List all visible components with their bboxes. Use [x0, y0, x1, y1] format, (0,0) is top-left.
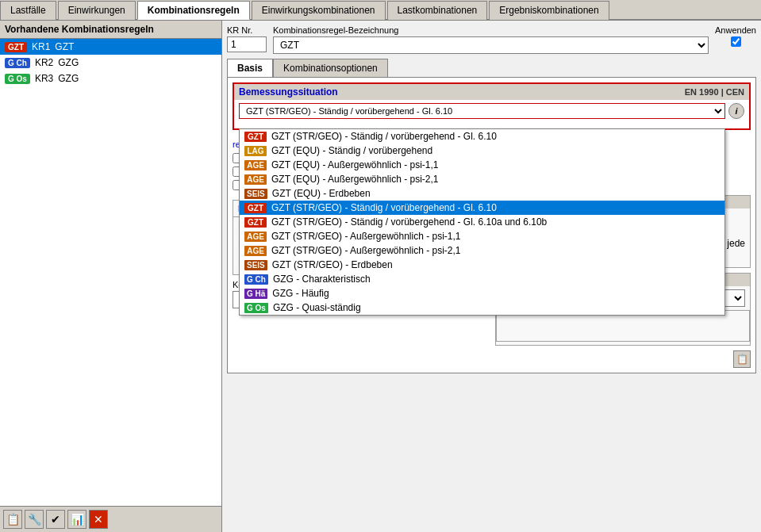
dropdown-item[interactable]: G Os GZG - Quasi-ständig: [240, 300, 724, 315]
di-text: GZT (STR/GEO) - Erdbeben: [272, 259, 393, 270]
di-text: GZT (STR/GEO) - Außergewöhnlich - psi-1,…: [271, 231, 461, 242]
tab-ergebniskombinationen[interactable]: Ergebniskombinationen: [489, 1, 609, 20]
dropdown-list: GZT GZT (STR/GEO) - Ständig / vorübergeh…: [239, 128, 725, 316]
di-badge: SEIS: [244, 260, 267, 270]
di-badge: GZT: [244, 217, 267, 228]
tab-einwirkungen[interactable]: Einwirkungen: [58, 1, 136, 20]
bemessung-title: Bemessungssituation: [239, 86, 338, 98]
anwenden-group: Anwenden: [715, 25, 756, 47]
list-badge: G Ch: [5, 58, 30, 68]
dropdown-item[interactable]: AGE GZT (EQU) - Außergewöhnlich - psi-2,…: [240, 172, 724, 186]
tab-basis[interactable]: Basis: [227, 59, 273, 77]
di-badge: G Ch: [244, 274, 268, 285]
right-bottom-btns: 📋: [495, 350, 751, 368]
right-copy-btn[interactable]: 📋: [733, 350, 751, 368]
di-text: GZT (EQU) - Außergewöhnlich - psi-1,1: [271, 159, 439, 170]
dropdown-item[interactable]: SEIS GZT (EQU) - Erdbeben: [240, 186, 724, 201]
list-name: GZG: [58, 73, 79, 84]
di-badge: G Os: [244, 303, 268, 313]
toolbar-btn1[interactable]: 📋: [3, 510, 22, 529]
di-text: GZG - Häufig: [272, 288, 329, 299]
info-button[interactable]: i: [728, 103, 744, 119]
di-badge: AGE: [244, 174, 267, 185]
toolbar-btn2[interactable]: 🔧: [25, 510, 44, 529]
toolbar-btn4[interactable]: 📊: [67, 510, 86, 529]
kr-nr-group: KR Nr.: [227, 25, 267, 52]
di-badge: G Hä: [244, 289, 267, 299]
anwenden-checkbox[interactable]: [731, 36, 741, 47]
left-panel: Vorhandene Kombinationsregeln GZT KR1 GZ…: [0, 21, 222, 532]
di-text: GZG - Quasi-ständig: [273, 302, 361, 313]
list-name: GZG: [58, 57, 79, 68]
list-item[interactable]: GZT KR1 GZT: [0, 39, 221, 55]
di-badge: SEIS: [244, 189, 267, 199]
di-badge: GZT: [244, 132, 267, 142]
anwenden-label: Anwenden: [715, 25, 756, 35]
list-kr: KR2: [35, 57, 53, 68]
bezeichnung-group: Kombinationsregel-Bezeichnung GZT: [273, 25, 709, 54]
basis-content: Bemessungssituation EN 1990 | CEN GZT (S…: [227, 77, 756, 373]
list-kr: KR3: [35, 73, 53, 84]
toolbar-btn3[interactable]: ✔: [46, 510, 65, 529]
list-item[interactable]: G Os KR3 GZG: [0, 71, 221, 86]
dropdown-item[interactable]: AGE GZT (STR/GEO) - Außergewöhnlich - ps…: [240, 243, 724, 258]
top-row: KR Nr. Kombinationsregel-Bezeichnung GZT…: [227, 25, 756, 54]
tab-kombinationsoptionen[interactable]: Kombinationsoptionen: [273, 59, 388, 77]
dropdown-item[interactable]: SEIS GZT (STR/GEO) - Erdbeben: [240, 258, 724, 272]
di-badge: AGE: [244, 160, 267, 170]
dropdown-item[interactable]: AGE GZT (EQU) - Außergewöhnlich - psi-1,…: [240, 158, 724, 172]
left-panel-toolbar: 📋 🔧 ✔ 📊 ✕: [0, 506, 221, 532]
bemessung-header: Bemessungssituation EN 1990 | CEN: [234, 84, 749, 100]
dropdown-item[interactable]: GZT GZT (STR/GEO) - Ständig / vorübergeh…: [240, 129, 724, 144]
di-badge: AGE: [244, 232, 267, 242]
di-text: GZT (STR/GEO) - Außergewöhnlich - psi-2,…: [271, 245, 461, 256]
situation-select[interactable]: GZT (STR/GEO) - Ständig / vorübergehend …: [239, 103, 725, 119]
toolbar-delete-btn[interactable]: ✕: [89, 510, 108, 529]
inner-tab-strip: Basis Kombinationsoptionen: [227, 59, 756, 77]
dropdown-item[interactable]: AGE GZT (STR/GEO) - Außergewöhnlich - ps…: [240, 229, 724, 243]
dropdown-item[interactable]: GZT GZT (STR/GEO) - Ständig / vorübergeh…: [240, 201, 724, 215]
tab-lastfaelle[interactable]: Lastfälle: [0, 1, 56, 20]
di-text: GZT (EQU) - Erdbeben: [272, 188, 371, 199]
tab-kombinationsregeln[interactable]: Kombinationsregeln: [137, 1, 250, 20]
di-text: GZT (STR/GEO) - Ständig / vorübergehend …: [271, 202, 497, 213]
list-badge: GZT: [5, 42, 27, 52]
di-text: GZT (EQU) - Außergewöhnlich - psi-2,1: [271, 174, 439, 185]
di-text: GZG - Charakteristisch: [273, 274, 371, 285]
bezeichnung-select[interactable]: GZT: [273, 36, 709, 54]
dropdown-item[interactable]: G Hä GZG - Häufig: [240, 286, 724, 300]
tab-lastkombinationen[interactable]: Lastkombinationen: [387, 1, 488, 20]
list-item[interactable]: G Ch KR2 GZG: [0, 55, 221, 71]
list-badge: G Os: [5, 74, 30, 84]
tab-einwirkungskombinationen[interactable]: Einwirkungskombinationen: [252, 1, 386, 20]
kr-nr-input[interactable]: [227, 36, 267, 52]
dropdown-container: GZT (STR/GEO) - Ständig / vorübergehend …: [234, 100, 749, 122]
di-text: GZT (STR/GEO) - Ständig / vorübergehend …: [271, 216, 547, 228]
left-panel-list: GZT KR1 GZTG Ch KR2 GZGG Os KR3 GZG: [0, 39, 221, 506]
dropdown-item[interactable]: GZT GZT (STR/GEO) - Ständig / vorübergeh…: [240, 215, 724, 229]
bemessung-norm: EN 1990 | CEN: [685, 87, 744, 97]
di-badge: GZT: [244, 203, 267, 213]
main-tab-bar: LastfälleEinwirkungenKombinationsregelnE…: [0, 0, 761, 21]
di-text: GZT (EQU) - Ständig / vorübergehend: [271, 145, 432, 156]
bemessung-box: Bemessungssituation EN 1990 | CEN GZT (S…: [233, 82, 751, 130]
list-kr: KR1: [32, 41, 50, 52]
kr-nr-label: KR Nr.: [227, 25, 267, 35]
dropdown-item[interactable]: G Ch GZG - Charakteristisch: [240, 272, 724, 286]
di-text: GZT (STR/GEO) - Ständig / vorübergehend …: [271, 131, 497, 142]
right-panel: KR Nr. Kombinationsregel-Bezeichnung GZT…: [222, 21, 761, 532]
list-name: GZT: [55, 41, 74, 52]
bezeichnung-label: Kombinationsregel-Bezeichnung: [273, 25, 709, 35]
di-badge: LAG: [244, 146, 267, 156]
dropdown-item[interactable]: LAG GZT (EQU) - Ständig / vorübergehend: [240, 144, 724, 158]
left-panel-header: Vorhandene Kombinationsregeln: [0, 21, 221, 39]
di-badge: AGE: [244, 246, 267, 256]
